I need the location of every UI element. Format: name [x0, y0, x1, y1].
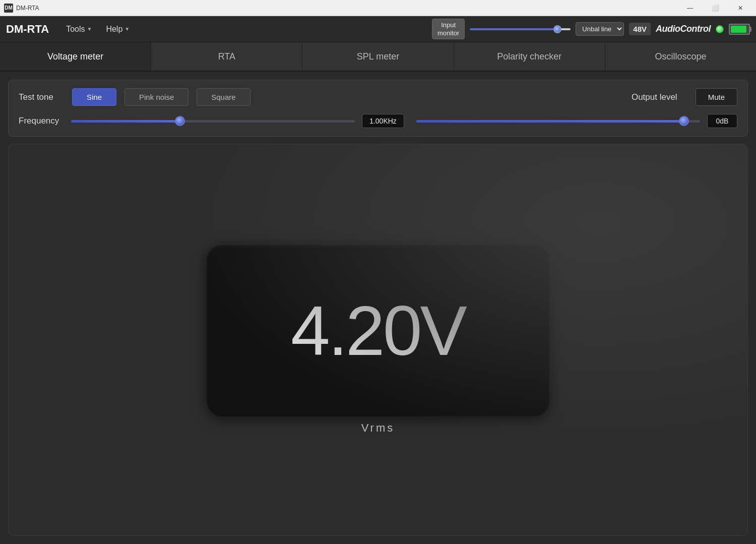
test-tone-panel: Test tone Sine Pink noise Square Output …	[8, 80, 748, 137]
tab-spl-meter[interactable]: SPL meter	[302, 42, 454, 71]
app-icon: DM	[4, 4, 13, 13]
battery-indicator	[729, 24, 750, 35]
frequency-slider-wrap	[71, 120, 355, 123]
frequency-row: Frequency 1.00KHz 0dB	[19, 114, 737, 128]
minimize-button[interactable]: —	[678, 2, 702, 15]
tab-voltage-meter[interactable]: Voltage meter	[0, 42, 151, 71]
input-slider-area	[470, 28, 571, 30]
voltage-value: 4.20V	[291, 290, 465, 372]
tabs-bar: Voltage meter RTA SPL meter Polarity che…	[0, 42, 756, 72]
frequency-value: 1.00KHz	[362, 114, 404, 128]
battery-tip	[749, 27, 751, 32]
battery-fill	[731, 26, 746, 33]
sine-button[interactable]: Sine	[72, 88, 116, 106]
voltage-display-panel: 4.20V Vrms	[8, 144, 748, 536]
close-button[interactable]: ✕	[729, 2, 752, 15]
tools-menu[interactable]: Tools ▼	[59, 22, 99, 37]
help-menu[interactable]: Help ▼	[99, 22, 137, 37]
voltage-readout-display: 4.20V	[207, 245, 549, 416]
tab-polarity-checker[interactable]: Polarity checker	[454, 42, 605, 71]
main-content: Test tone Sine Pink noise Square Output …	[0, 72, 756, 544]
input-level-slider[interactable]	[470, 28, 571, 30]
phantom-power-label: 48V	[629, 23, 651, 35]
tools-label: Tools	[66, 25, 85, 34]
title-bar-text: DM-RTA	[16, 5, 678, 12]
mute-button[interactable]: Mute	[696, 88, 737, 106]
pink-noise-button[interactable]: Pink noise	[124, 88, 188, 106]
frequency-slider[interactable]	[71, 120, 355, 123]
tab-rta[interactable]: RTA	[151, 42, 302, 71]
help-label: Help	[106, 25, 122, 34]
app-title: DM-RTA	[6, 23, 49, 36]
title-bar-controls: — ⬜ ✕	[678, 2, 752, 15]
test-tone-row: Test tone Sine Pink noise Square Output …	[19, 88, 737, 106]
frequency-label: Frequency	[19, 116, 64, 126]
title-bar: DM DM-RTA — ⬜ ✕	[0, 0, 756, 16]
output-slider-wrap	[416, 120, 700, 123]
tools-arrow-icon: ▼	[87, 26, 92, 32]
maximize-button[interactable]: ⬜	[704, 2, 727, 15]
menu-bar: DM-RTA Tools ▼ Help ▼ Inputmonitor Unbal…	[0, 16, 756, 42]
app-window: DM-RTA Tools ▼ Help ▼ Inputmonitor Unbal…	[0, 16, 756, 544]
status-indicator	[716, 25, 724, 33]
output-level-slider[interactable]	[416, 120, 700, 123]
input-monitor-button[interactable]: Inputmonitor	[432, 19, 465, 39]
audiocontrol-logo: AudioControl	[656, 24, 711, 34]
output-level-label: Output level	[632, 92, 677, 102]
voltage-unit: Vrms	[361, 421, 395, 435]
output-level-value: 0dB	[707, 114, 737, 128]
tab-oscilloscope[interactable]: Oscilloscope	[605, 42, 756, 71]
menu-right: Inputmonitor Unbal line 48V AudioControl	[432, 19, 750, 39]
help-arrow-icon: ▼	[124, 26, 130, 32]
square-button[interactable]: Square	[197, 88, 250, 106]
input-type-dropdown[interactable]: Unbal line	[576, 22, 624, 36]
test-tone-label: Test tone	[19, 92, 64, 102]
